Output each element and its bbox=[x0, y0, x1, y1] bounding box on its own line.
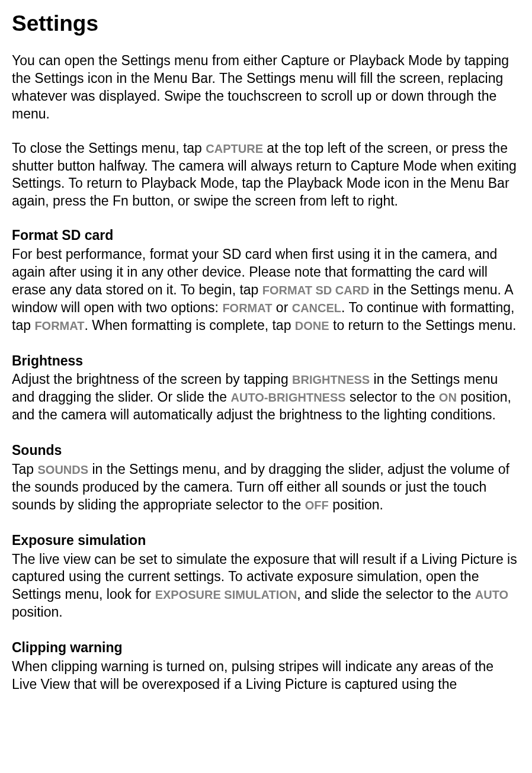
text: position. bbox=[12, 604, 63, 620]
text: Adjust the brightness of the screen by t… bbox=[12, 371, 292, 387]
clipping-section: Clipping warning When clipping warning i… bbox=[12, 639, 520, 694]
clipping-heading: Clipping warning bbox=[12, 639, 520, 657]
sounds-body: Tap SOUNDS in the Settings menu, and by … bbox=[12, 461, 520, 514]
brightness-heading: Brightness bbox=[12, 352, 520, 370]
exposure-body: The live view can be set to simulate the… bbox=[12, 551, 520, 622]
sounds-section: Sounds Tap SOUNDS in the Settings menu, … bbox=[12, 442, 520, 514]
format-body: For best performance, format your SD car… bbox=[12, 246, 520, 334]
format-section: Format SD card For best performance, for… bbox=[12, 227, 520, 334]
cancel-label: CANCEL bbox=[292, 301, 341, 315]
format-heading: Format SD card bbox=[12, 227, 520, 245]
intro-paragraph-2: To close the Settings menu, tap CAPTURE … bbox=[12, 140, 520, 211]
auto-label: AUTO bbox=[475, 588, 508, 601]
text: . When formatting is complete, tap bbox=[84, 317, 294, 333]
capture-label: CAPTURE bbox=[206, 142, 263, 155]
text: Tap bbox=[12, 461, 37, 477]
format-sd-card-label: FORMAT SD CARD bbox=[262, 284, 370, 297]
sounds-label: SOUNDS bbox=[37, 463, 88, 476]
clipping-body: When clipping warning is turned on, puls… bbox=[12, 658, 520, 694]
format-label-2: FORMAT bbox=[34, 319, 84, 332]
auto-brightness-label: AUTO-BRIGHTNESS bbox=[231, 391, 346, 404]
sounds-heading: Sounds bbox=[12, 442, 520, 460]
intro-paragraph-1: You can open the Settings menu from eith… bbox=[12, 52, 520, 123]
page-title: Settings bbox=[12, 9, 520, 38]
text: selector to the bbox=[346, 389, 439, 405]
text: To close the Settings menu, tap bbox=[12, 140, 206, 156]
text: position. bbox=[329, 497, 383, 512]
format-label: FORMAT bbox=[222, 301, 272, 315]
brightness-label: BRIGHTNESS bbox=[292, 373, 370, 386]
on-label: ON bbox=[439, 391, 457, 404]
brightness-body: Adjust the brightness of the screen by t… bbox=[12, 371, 520, 424]
done-label: DONE bbox=[295, 319, 329, 332]
text: to return to the Settings menu. bbox=[329, 317, 517, 333]
text: , and slide the selector to the bbox=[297, 586, 475, 602]
exposure-simulation-label: EXPOSURE SIMULATION bbox=[155, 588, 297, 601]
off-label: OFF bbox=[305, 499, 329, 512]
brightness-section: Brightness Adjust the brightness of the … bbox=[12, 352, 520, 425]
exposure-section: Exposure simulation The live view can be… bbox=[12, 532, 520, 621]
exposure-heading: Exposure simulation bbox=[12, 532, 520, 550]
text: or bbox=[272, 300, 291, 315]
